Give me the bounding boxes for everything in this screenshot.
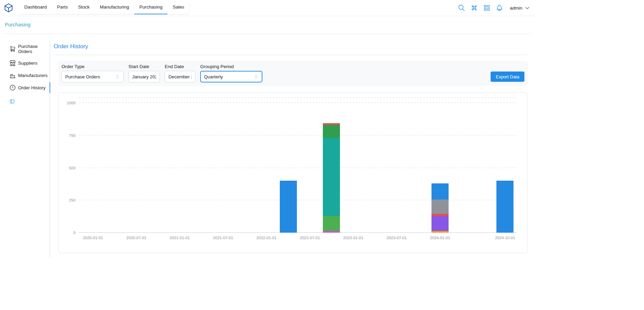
chevron-down-icon bbox=[524, 5, 531, 11]
factory-icon bbox=[9, 72, 16, 79]
sidebar-item-manufacturers[interactable]: Manufacturers bbox=[3, 69, 50, 81]
building-store-icon bbox=[9, 60, 16, 66]
order-type-select[interactable]: Purchase Orders bbox=[61, 71, 124, 82]
bar-segment bbox=[431, 199, 449, 214]
stacked-bar-2022-04-01 bbox=[280, 181, 297, 233]
order-type-label: Order Type bbox=[61, 64, 124, 69]
top-navbar: Dashboard Parts Stock Manufacturing Purc… bbox=[0, 0, 535, 16]
x-axis-label: 2024-10-01 bbox=[495, 236, 515, 240]
bar-segment bbox=[323, 125, 340, 138]
sidebar-item-label: Suppliers bbox=[18, 61, 37, 66]
sidebar-collapse-button[interactable] bbox=[9, 99, 15, 104]
x-axis-label: 2021-07-01 bbox=[213, 236, 233, 240]
order-history-chart-card: 025050075010002020-01-012020-07-012021-0… bbox=[58, 92, 528, 253]
chart-plot: 025050075010002020-01-012020-07-012021-0… bbox=[79, 98, 517, 233]
username-label: admin bbox=[510, 5, 522, 11]
x-axis-label: 2024-01-01 bbox=[430, 236, 450, 240]
stacked-bar-2024-01-01 bbox=[431, 183, 449, 233]
bar-segment bbox=[280, 181, 297, 233]
bar-segment bbox=[431, 183, 449, 199]
barcode-scan-button[interactable] bbox=[482, 3, 491, 12]
start-date-input[interactable] bbox=[128, 71, 160, 82]
app-root: Dashboard Parts Stock Manufacturing Purc… bbox=[0, 0, 535, 310]
y-axis-label: 1000 bbox=[67, 101, 76, 105]
start-date-field: Start Date bbox=[128, 64, 160, 82]
tab-parts[interactable]: Parts bbox=[52, 0, 73, 14]
search-button[interactable] bbox=[457, 3, 466, 12]
tab-sales[interactable]: Sales bbox=[167, 0, 189, 14]
tab-dashboard[interactable]: Dashboard bbox=[19, 0, 52, 14]
stacked-bar-2022-10-01 bbox=[323, 123, 340, 233]
bar-segment bbox=[431, 231, 449, 233]
cube-logo-icon bbox=[3, 3, 14, 13]
sidebar-item-label: Order History bbox=[18, 85, 45, 90]
bar-segment bbox=[431, 216, 449, 231]
sidebar-item-purchase-orders[interactable]: Purchase Orders bbox=[3, 41, 50, 57]
gridline bbox=[79, 98, 517, 98]
end-date-input[interactable] bbox=[165, 71, 195, 82]
user-menu[interactable]: admin bbox=[510, 5, 531, 11]
title-divider bbox=[54, 55, 528, 55]
app-logo[interactable] bbox=[3, 3, 14, 13]
sidebar-item-suppliers[interactable]: Suppliers bbox=[3, 57, 50, 69]
main-panel: Order History Order Type Purchase Orders… bbox=[50, 40, 531, 258]
x-axis-label: 2022-07-01 bbox=[300, 236, 320, 240]
order-type-value: Purchase Orders bbox=[65, 74, 100, 79]
layout-sidebar-icon bbox=[9, 99, 15, 104]
navbar-actions: admin bbox=[457, 3, 531, 12]
breadcrumb: Purchasing bbox=[3, 16, 532, 34]
content-row: Purchase Orders Suppliers Manufacturers bbox=[0, 34, 535, 258]
tab-stock[interactable]: Stock bbox=[73, 0, 95, 14]
grouping-period-select[interactable]: Quarterly bbox=[200, 71, 262, 82]
export-data-button[interactable]: Export Data bbox=[491, 72, 524, 82]
sidebar-item-order-history[interactable]: Order History bbox=[3, 81, 50, 94]
x-axis-label: 2022-01-01 bbox=[257, 236, 277, 240]
shopping-cart-icon bbox=[9, 46, 16, 52]
end-date-label: End Date bbox=[165, 64, 195, 69]
tab-manufacturing[interactable]: Manufacturing bbox=[95, 0, 134, 14]
bar-segment bbox=[323, 231, 340, 233]
gridline bbox=[79, 168, 517, 168]
tab-purchasing[interactable]: Purchasing bbox=[134, 0, 168, 14]
gridline bbox=[79, 103, 517, 103]
x-axis-label: 2020-07-01 bbox=[126, 236, 147, 240]
grouping-period-label: Grouping Period bbox=[200, 64, 262, 69]
filter-panel: Order Type Purchase Orders Start Date En… bbox=[58, 61, 528, 86]
history-clock-icon bbox=[9, 84, 16, 91]
y-axis-label: 0 bbox=[73, 231, 76, 235]
stacked-bar-2024-10-01 bbox=[496, 181, 513, 233]
x-axis-label: 2023-07-01 bbox=[387, 236, 407, 240]
bar-segment bbox=[431, 214, 449, 216]
x-axis-label: 2023-01-01 bbox=[343, 236, 364, 240]
y-axis-label: 750 bbox=[69, 133, 76, 138]
start-date-label: Start Date bbox=[128, 64, 160, 69]
breadcrumb-purchasing-link[interactable]: Purchasing bbox=[5, 22, 30, 27]
command-palette-button[interactable] bbox=[470, 3, 479, 12]
grouping-period-field: Grouping Period Quarterly bbox=[200, 64, 262, 82]
bar-segment bbox=[323, 216, 340, 231]
search-icon bbox=[458, 4, 465, 12]
notifications-button[interactable] bbox=[495, 3, 504, 12]
x-axis-label: 2020-01-01 bbox=[83, 236, 103, 240]
navbar-divider bbox=[190, 3, 190, 13]
bar-segment bbox=[323, 138, 340, 216]
grouping-period-value: Quarterly bbox=[204, 74, 223, 79]
sidebar: Purchase Orders Suppliers Manufacturers bbox=[3, 40, 50, 258]
gridline bbox=[79, 200, 517, 200]
bell-icon bbox=[496, 4, 503, 12]
select-chevrons-icon bbox=[254, 74, 259, 79]
qr-scan-icon bbox=[483, 4, 491, 12]
bar-segment bbox=[496, 181, 513, 233]
page-title: Order History bbox=[54, 43, 531, 50]
order-type-field: Order Type Purchase Orders bbox=[61, 64, 124, 82]
end-date-field: End Date bbox=[165, 64, 195, 82]
command-icon bbox=[470, 4, 478, 12]
sidebar-item-label: Purchase Orders bbox=[18, 44, 49, 54]
x-axis-label: 2021-01-01 bbox=[170, 236, 190, 240]
sidebar-item-label: Manufacturers bbox=[18, 73, 47, 78]
main-nav-tabs: Dashboard Parts Stock Manufacturing Purc… bbox=[19, 0, 189, 14]
select-chevrons-icon bbox=[115, 74, 120, 79]
gridline bbox=[79, 135, 517, 135]
gridline bbox=[79, 232, 517, 233]
y-axis-label: 250 bbox=[69, 198, 76, 202]
